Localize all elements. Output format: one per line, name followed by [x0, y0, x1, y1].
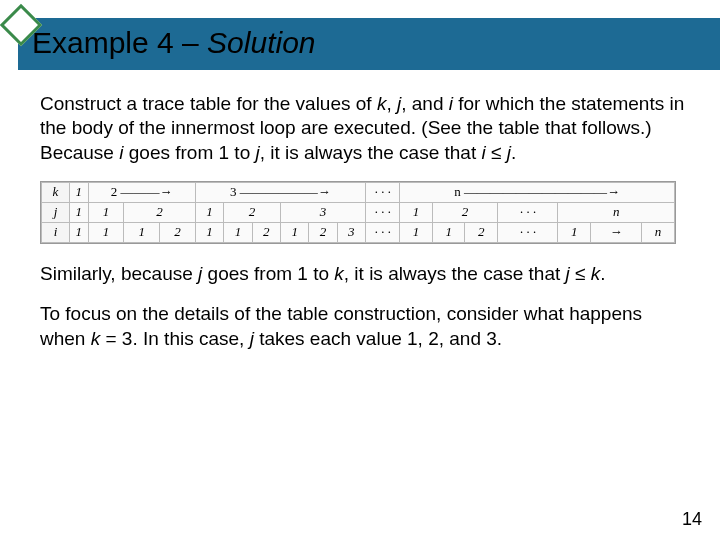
cell-span: 3 ——————→ [195, 182, 365, 202]
leq: ≤ [570, 263, 591, 284]
cell: 1 [195, 202, 223, 222]
row-label-i: i [42, 222, 70, 242]
paragraph-3: To focus on the details of the table con… [40, 302, 686, 351]
page-number: 14 [682, 509, 702, 530]
cell-ellipsis: · · · [366, 222, 400, 242]
cell: 1 [195, 222, 223, 242]
title-prefix: Example 4 [32, 26, 174, 59]
text: takes each value 1, 2, and 3. [254, 328, 502, 349]
var-k: k [591, 263, 601, 284]
paragraph-2: Similarly, because j goes from 1 to k, i… [40, 262, 686, 286]
title-sep: – [174, 26, 207, 59]
cell: 1 [88, 222, 124, 242]
cell: n [642, 222, 675, 242]
text: goes from 1 to [202, 263, 334, 284]
cell: 1 [70, 222, 89, 242]
table-row-i: i 1 1 1 2 1 1 2 1 2 3 · · · 1 1 2 · · · … [42, 222, 675, 242]
content-area: Construct a trace table for the values o… [40, 92, 686, 367]
text: , it is always the case that [260, 142, 482, 163]
cell-ellipsis: · · · [366, 202, 400, 222]
paragraph-1: Construct a trace table for the values o… [40, 92, 686, 165]
cell: 2 [309, 222, 337, 242]
cell-ellipsis: · · · [366, 182, 400, 202]
var-k: k [91, 328, 101, 349]
cell: n [558, 202, 675, 222]
cell: 1 [70, 202, 89, 222]
slide-title: Example 4 – Solution [32, 26, 316, 60]
cell: 1 [432, 222, 465, 242]
title-suffix: Solution [207, 26, 315, 59]
cell: 1 [224, 222, 252, 242]
cell: → [591, 222, 642, 242]
cell: 2 [124, 202, 196, 222]
text: , [386, 93, 397, 114]
cell: 1 [70, 182, 89, 202]
cell: 1 [400, 222, 433, 242]
cell-span: 2 ———→ [88, 182, 195, 202]
cell: 2 [465, 222, 498, 242]
text: , it is always the case that [344, 263, 566, 284]
text: Similarly, because [40, 263, 198, 284]
row-label-k: k [42, 182, 70, 202]
cell: 1 [280, 222, 308, 242]
leq: ≤ [486, 142, 507, 163]
text: , and [401, 93, 449, 114]
table-row-j: j 1 1 2 1 2 3 · · · 1 2 · · · n [42, 202, 675, 222]
text: goes from 1 to [123, 142, 255, 163]
cell: 1 [88, 202, 124, 222]
table-row-k: k 1 2 ———→ 3 ——————→ · · · n ———————————… [42, 182, 675, 202]
text: . [511, 142, 516, 163]
var-k: k [377, 93, 387, 114]
cell: 3 [280, 202, 365, 222]
text: . [600, 263, 605, 284]
cell: 2 [432, 202, 497, 222]
text: = 3. In this case, [100, 328, 249, 349]
trace-table: k 1 2 ———→ 3 ——————→ · · · n ———————————… [40, 181, 676, 244]
text: Construct a trace table for the values o… [40, 93, 377, 114]
cell-ellipsis: · · · [498, 202, 558, 222]
cell: 2 [160, 222, 196, 242]
cell: 3 [337, 222, 365, 242]
cell: 2 [224, 202, 281, 222]
cell: 2 [252, 222, 280, 242]
row-label-j: j [42, 202, 70, 222]
cell: 1 [400, 202, 433, 222]
cell: 1 [124, 222, 160, 242]
cell-span: n ———————————→ [400, 182, 675, 202]
cell: 1 [558, 222, 591, 242]
cell-ellipsis: · · · [498, 222, 558, 242]
var-k: k [334, 263, 344, 284]
